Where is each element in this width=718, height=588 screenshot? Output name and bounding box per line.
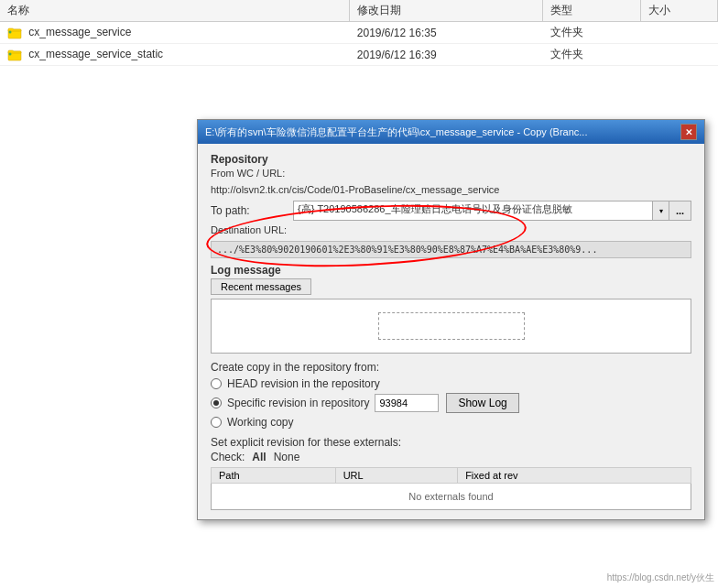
specific-revision-label: Specific revision in repository — [227, 397, 369, 409]
col-path: Path — [212, 468, 336, 484]
watermark: https://blog.csdn.net/y伙生 — [607, 572, 714, 584]
from-wc-label: From WC / URL: — [211, 168, 691, 179]
copy-section-title: Create copy in the repository from: — [211, 361, 691, 374]
to-path-combo: {高} T20190586286_车险理赔日志电话号以及身份证信息脱敏 ▾ ..… — [293, 201, 691, 221]
file-size — [640, 44, 717, 66]
col-fixed-at-rev: Fixed at rev — [458, 468, 691, 484]
folder-icon — [7, 26, 22, 40]
show-log-button[interactable]: Show Log — [446, 393, 518, 413]
externals-table: Path URL Fixed at rev No externals found — [211, 467, 691, 510]
dest-url-label: Destination URL: — [211, 224, 691, 235]
no-externals-row: No externals found — [212, 484, 691, 510]
col-type: 类型 — [543, 0, 641, 22]
file-size — [640, 22, 717, 44]
head-revision-row: HEAD revision in the repository — [211, 377, 691, 390]
log-message-section: Log message Recent messages — [211, 264, 691, 354]
destination-url-section: Destination URL: .../%E3%80%9020190601%2… — [211, 224, 691, 258]
dialog-title: E:\所有的svn\车险微信消息配置平台生产的代码\cx_message_ser… — [205, 125, 680, 139]
from-wc-value: http://olsvn2.tk.cn/cis/Code/01-ProBasel… — [211, 184, 691, 195]
branch-dialog: E:\所有的svn\车险微信消息配置平台生产的代码\cx_message_ser… — [197, 119, 705, 520]
file-date: 2019/6/12 16:39 — [350, 44, 543, 66]
file-name: cx_message_service — [0, 22, 350, 44]
revision-input[interactable] — [375, 394, 439, 412]
combo-dropdown-button[interactable]: ▾ — [653, 201, 669, 221]
check-none-button[interactable]: None — [274, 451, 300, 463]
working-copy-radio[interactable] — [211, 417, 222, 428]
repository-label: Repository — [211, 153, 691, 166]
specific-revision-row: Specific revision in repository Show Log — [211, 393, 691, 413]
head-revision-label: HEAD revision in the repository — [227, 377, 380, 390]
head-revision-radio[interactable] — [211, 378, 222, 389]
file-type: 文件夹 — [543, 44, 641, 66]
to-path-label: To path: — [211, 204, 293, 217]
recent-messages-button[interactable]: Recent messages — [211, 278, 311, 295]
log-dashed-placeholder — [378, 312, 525, 340]
col-url: URL — [335, 468, 458, 484]
file-type: 文件夹 — [543, 22, 641, 44]
dest-url-value: .../%E3%80%9020190601%2E3%80%91%E3%80%90… — [211, 241, 691, 258]
col-date: 修改日期 — [350, 0, 543, 22]
file-date: 2019/6/12 16:35 — [350, 22, 543, 44]
check-all-button[interactable]: All — [252, 451, 266, 463]
specific-revision-radio[interactable] — [211, 397, 222, 408]
svg-point-3 — [9, 52, 12, 55]
externals-section: Set explicit revision for these external… — [211, 436, 691, 510]
table-row[interactable]: cx_message_service 2019/6/12 16:35 文件夹 — [0, 22, 718, 44]
copy-section: Create copy in the repository from: HEAD… — [211, 361, 691, 429]
no-externals-text: No externals found — [212, 484, 691, 510]
dialog-body: Repository From WC / URL: http://olsvn2.… — [198, 144, 704, 519]
browse-button[interactable]: ... — [669, 201, 691, 221]
dialog-titlebar: E:\所有的svn\车险微信消息配置平台生产的代码\cx_message_ser… — [198, 120, 704, 144]
col-name: 名称 — [0, 0, 350, 22]
externals-title: Set explicit revision for these external… — [211, 436, 691, 449]
col-size: 大小 — [640, 0, 717, 22]
working-copy-label: Working copy — [227, 416, 293, 429]
log-text-area[interactable] — [211, 299, 691, 354]
repository-section: Repository From WC / URL: http://olsvn2.… — [211, 153, 691, 258]
to-path-row: To path: {高} T20190586286_车险理赔日志电话号以及身份证… — [211, 201, 691, 221]
check-row: Check: All None — [211, 451, 691, 463]
table-row[interactable]: cx_message_service_static 2019/6/12 16:3… — [0, 44, 718, 66]
folder-icon — [7, 48, 22, 62]
file-table: 名称 修改日期 类型 大小 cx_message_service — [0, 0, 718, 66]
working-copy-row: Working copy — [211, 416, 691, 429]
file-name: cx_message_service_static — [0, 44, 350, 66]
to-path-input[interactable]: {高} T20190586286_车险理赔日志电话号以及身份证信息脱敏 — [293, 201, 653, 221]
svg-point-1 — [9, 30, 12, 33]
dialog-close-button[interactable]: ✕ — [680, 124, 697, 140]
check-label: Check: — [211, 451, 245, 463]
log-message-label: Log message — [211, 264, 691, 277]
